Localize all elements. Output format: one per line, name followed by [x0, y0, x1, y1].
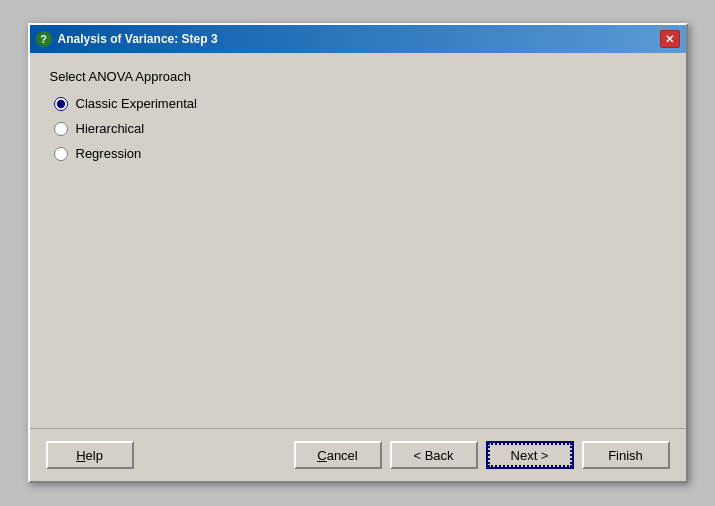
dialog-body: Select ANOVA Approach Classic Experiment…	[30, 53, 686, 428]
dialog-icon: ?	[36, 31, 52, 47]
anova-approach-group: Classic Experimental Hierarchical Regres…	[54, 96, 666, 161]
radio-label-regression: Regression	[76, 146, 142, 161]
finish-button[interactable]: Finish	[582, 441, 670, 469]
help-button[interactable]: HHelpelp	[46, 441, 134, 469]
radio-item-hierarchical[interactable]: Hierarchical	[54, 121, 666, 136]
radio-label-hierarchical: Hierarchical	[76, 121, 145, 136]
content-area	[50, 161, 666, 412]
close-button[interactable]: ✕	[660, 30, 680, 48]
cancel-button[interactable]: Cancel	[294, 441, 382, 469]
radio-label-classic: Classic Experimental	[76, 96, 197, 111]
dialog-title: Analysis of Variance: Step 3	[58, 32, 218, 46]
back-button[interactable]: < Back	[390, 441, 478, 469]
dialog-window: ? Analysis of Variance: Step 3 ✕ Select …	[28, 23, 688, 483]
radio-classic[interactable]	[54, 97, 68, 111]
radio-item-regression[interactable]: Regression	[54, 146, 666, 161]
next-button[interactable]: Next >	[486, 441, 574, 469]
radio-hierarchical[interactable]	[54, 122, 68, 136]
section-label: Select ANOVA Approach	[50, 69, 666, 84]
radio-regression[interactable]	[54, 147, 68, 161]
button-bar: HHelpelp Cancel < Back Next > Finish	[30, 428, 686, 481]
radio-item-classic[interactable]: Classic Experimental	[54, 96, 666, 111]
title-bar: ? Analysis of Variance: Step 3 ✕	[30, 25, 686, 53]
nav-buttons: Cancel < Back Next > Finish	[294, 441, 670, 469]
